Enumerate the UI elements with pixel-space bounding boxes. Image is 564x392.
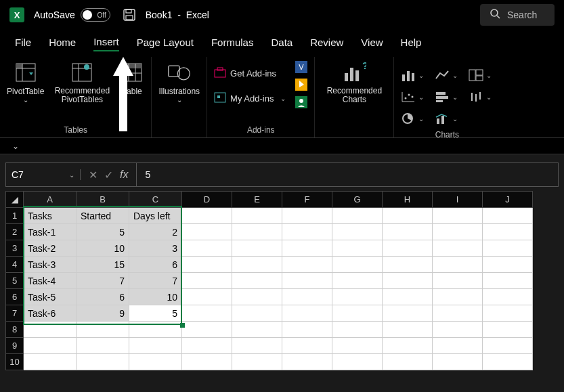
cell[interactable] bbox=[232, 354, 282, 370]
cell[interactable]: Task-4 bbox=[24, 273, 77, 289]
cell[interactable] bbox=[232, 322, 282, 338]
cell[interactable] bbox=[232, 305, 282, 322]
spreadsheet-grid[interactable]: ◢ A B C D E F G H I J 1 Tasks Started Da… bbox=[5, 191, 564, 370]
cell[interactable] bbox=[483, 338, 533, 354]
cell[interactable] bbox=[332, 338, 383, 354]
cell[interactable] bbox=[24, 322, 77, 338]
line-chart-button[interactable]: ⌄ bbox=[435, 66, 459, 84]
cell[interactable] bbox=[182, 257, 232, 273]
cell[interactable]: 7 bbox=[77, 273, 129, 289]
pivot-table-button[interactable]: PivotTable ⌄ bbox=[7, 61, 44, 104]
tab-view[interactable]: View bbox=[361, 37, 383, 51]
cell[interactable]: 7 bbox=[129, 273, 182, 289]
cell[interactable] bbox=[433, 354, 483, 370]
cell[interactable] bbox=[182, 273, 232, 289]
col-header[interactable]: D bbox=[182, 192, 232, 208]
cell[interactable] bbox=[129, 322, 182, 338]
cell[interactable] bbox=[433, 273, 483, 289]
cell[interactable] bbox=[232, 208, 282, 224]
tab-file[interactable]: File bbox=[15, 37, 31, 51]
name-box[interactable]: C7 ⌄ bbox=[6, 169, 81, 180]
cell[interactable] bbox=[332, 322, 383, 338]
cell[interactable]: Days left bbox=[129, 208, 182, 224]
row-header[interactable]: 3 bbox=[6, 240, 24, 257]
bing-addin-icon[interactable] bbox=[295, 79, 307, 91]
row-header[interactable]: 2 bbox=[6, 224, 24, 240]
cell[interactable] bbox=[383, 338, 433, 354]
col-header[interactable]: E bbox=[232, 192, 282, 208]
cell[interactable] bbox=[433, 224, 483, 240]
cell[interactable] bbox=[433, 257, 483, 273]
people-addin-icon[interactable] bbox=[295, 96, 307, 108]
cell[interactable] bbox=[383, 240, 433, 257]
fx-icon[interactable]: fx bbox=[120, 169, 128, 181]
cell[interactable] bbox=[483, 240, 533, 257]
cell[interactable] bbox=[24, 354, 77, 370]
col-header[interactable]: H bbox=[383, 192, 433, 208]
cell[interactable] bbox=[383, 305, 433, 322]
cell[interactable] bbox=[77, 322, 129, 338]
cell[interactable] bbox=[383, 354, 433, 370]
cell[interactable] bbox=[383, 257, 433, 273]
cell[interactable] bbox=[282, 289, 332, 305]
cell[interactable] bbox=[383, 224, 433, 240]
treemap-chart-button[interactable]: ⌄ bbox=[469, 66, 493, 84]
row-header[interactable]: 1 bbox=[6, 208, 24, 224]
recommended-charts-button[interactable]: ? Recommended Charts bbox=[322, 61, 387, 104]
cell[interactable] bbox=[383, 208, 433, 224]
cell[interactable] bbox=[182, 354, 232, 370]
cell[interactable] bbox=[24, 338, 77, 354]
recommended-pivot-button[interactable]: Recommended PivotTables bbox=[51, 61, 113, 104]
cell[interactable] bbox=[332, 305, 383, 322]
pie-chart-button[interactable]: ⌄ bbox=[401, 110, 425, 127]
scatter-chart-button[interactable]: ⌄ bbox=[401, 88, 425, 106]
cell[interactable] bbox=[282, 273, 332, 289]
cell[interactable] bbox=[182, 289, 232, 305]
row-header[interactable]: 9 bbox=[6, 338, 24, 354]
cell[interactable] bbox=[332, 354, 383, 370]
cell[interactable] bbox=[483, 322, 533, 338]
cell[interactable]: Task-2 bbox=[24, 240, 77, 257]
cell[interactable]: 10 bbox=[77, 240, 129, 257]
cell[interactable]: Task-1 bbox=[24, 224, 77, 240]
row-header[interactable]: 4 bbox=[6, 257, 24, 273]
cell[interactable]: Started bbox=[77, 208, 129, 224]
cell[interactable] bbox=[182, 322, 232, 338]
cell[interactable] bbox=[483, 289, 533, 305]
col-header[interactable]: F bbox=[282, 192, 332, 208]
get-addins-button[interactable]: Get Add-ins bbox=[214, 65, 286, 82]
cell[interactable] bbox=[332, 224, 383, 240]
column-chart-button[interactable]: ⌄ bbox=[401, 66, 425, 84]
cell[interactable] bbox=[433, 208, 483, 224]
cell[interactable] bbox=[129, 354, 182, 370]
cell[interactable]: 15 bbox=[77, 257, 129, 273]
cell[interactable] bbox=[483, 257, 533, 273]
cell[interactable] bbox=[282, 354, 332, 370]
row-header[interactable]: 7 bbox=[6, 305, 24, 322]
combo-chart-button[interactable]: ⌄ bbox=[435, 110, 459, 127]
table-button[interactable]: Table bbox=[120, 61, 144, 96]
row-header[interactable]: 10 bbox=[6, 354, 24, 370]
cell[interactable] bbox=[282, 240, 332, 257]
cell[interactable] bbox=[332, 257, 383, 273]
tab-formulas[interactable]: Formulas bbox=[211, 37, 254, 51]
cell[interactable] bbox=[77, 338, 129, 354]
cell[interactable] bbox=[282, 208, 332, 224]
cell[interactable] bbox=[483, 224, 533, 240]
tab-home[interactable]: Home bbox=[49, 37, 76, 51]
cell[interactable] bbox=[182, 208, 232, 224]
cell[interactable] bbox=[483, 208, 533, 224]
autosave-toggle[interactable]: Off bbox=[81, 8, 110, 22]
formula-input[interactable]: 5 bbox=[137, 169, 558, 180]
cell[interactable] bbox=[232, 338, 282, 354]
search-box[interactable]: Search bbox=[480, 4, 555, 26]
cell[interactable] bbox=[129, 338, 182, 354]
tab-review[interactable]: Review bbox=[310, 37, 343, 51]
cell[interactable] bbox=[77, 354, 129, 370]
enter-icon[interactable]: ✓ bbox=[104, 169, 113, 181]
cancel-icon[interactable]: ✕ bbox=[89, 169, 97, 181]
cell[interactable] bbox=[383, 273, 433, 289]
col-header[interactable]: G bbox=[332, 192, 383, 208]
cell[interactable] bbox=[232, 240, 282, 257]
cell[interactable] bbox=[383, 322, 433, 338]
